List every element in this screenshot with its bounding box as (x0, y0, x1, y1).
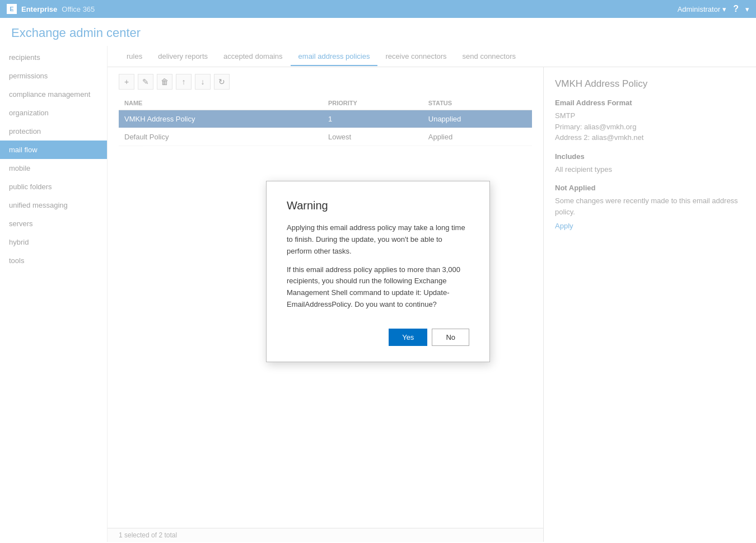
warning-modal: Warning Applying this email address poli… (266, 181, 490, 362)
modal-title: Warning (287, 199, 469, 212)
modal-buttons: Yes No (287, 329, 469, 346)
modal-body-para1: Applying this email address policy may t… (287, 222, 469, 257)
modal-body-para2: If this email address policy applies to … (287, 264, 469, 311)
modal-yes-button[interactable]: Yes (389, 329, 427, 346)
modal-no-button[interactable]: No (432, 329, 469, 346)
modal-overlay: Warning Applying this email address poli… (0, 0, 756, 542)
modal-body: Applying this email address policy may t… (287, 222, 469, 311)
